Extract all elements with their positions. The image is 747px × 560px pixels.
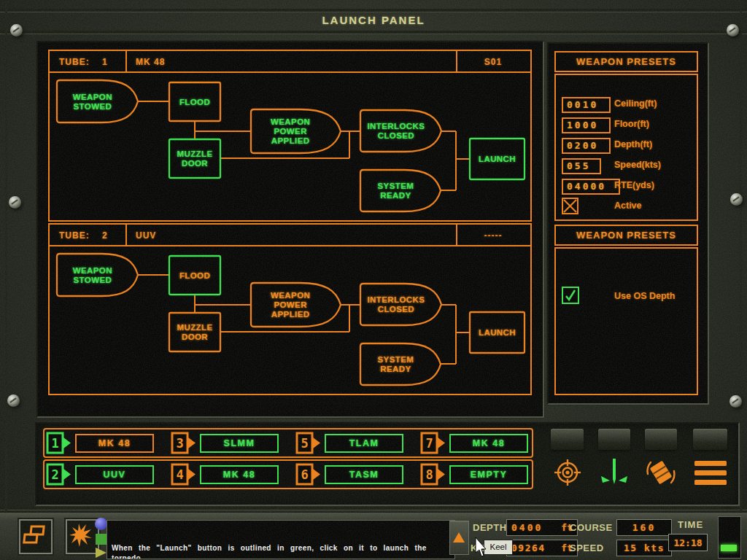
target-button[interactable] [551,429,584,450]
tube-2-weapon-box[interactable]: UUV [75,465,154,484]
node-weapon-stowed[interactable]: WEAPONSTOWED [57,80,138,122]
tube-bars-button[interactable] [693,429,727,450]
svg-text:WEAPONSTOWED: WEAPONSTOWED [73,266,112,284]
top-groove-2 [0,31,747,34]
node-flood[interactable]: FLOOD [169,82,220,121]
speed-value-box: 15 kts [616,540,672,556]
time-value: 12:18 [673,537,702,548]
tube-6-weapon-box[interactable]: TASM [325,465,403,484]
weapon-presets-header-bottom: WEAPON PRESETS [554,225,698,246]
node-interlocks-closed[interactable]: INTERLOCKSCLOSED [360,284,441,325]
preset-label: Depth(ft) [614,139,652,149]
node-flood[interactable]: FLOOD [169,256,220,295]
tube-4-weapon-box[interactable]: MK 48 [200,465,279,484]
bottom-groove [0,507,747,510]
active-checkbox[interactable] [562,198,578,214]
tube-5-select-button[interactable]: 5 [295,432,322,454]
checkmark-icon [563,288,578,303]
green-lamp [721,545,737,551]
message-log: When the "Launch" button is outlined in … [107,520,455,559]
tube-7-select-button[interactable]: 7 [420,432,446,454]
up-triangle-icon [453,532,465,542]
depth-label: DEPTH [473,522,507,533]
tube-1-panel: TUBE: 1 MK 48 S01 WEAPONSTOWEDFLOODMUZZL… [48,50,532,222]
use-os-depth-checkbox[interactable] [562,287,579,304]
time-label: TIME [678,519,703,530]
ownship-center-icon[interactable] [597,456,631,489]
ownship-button[interactable] [598,429,630,450]
svg-text:FLOOD: FLOOD [179,98,210,106]
preset-label: Speed(kts) [614,160,661,170]
tube-7-weapon-box[interactable]: MK 48 [449,434,528,453]
message-scroll-up-button[interactable] [449,521,469,555]
node-launch[interactable]: LAUNCH [470,312,525,353]
weapon-presets-header-top: WEAPON PRESETS [554,51,698,72]
node-muzzle-door[interactable]: MUZZLEDOOR [169,313,220,351]
tube-3-select-button[interactable]: 3 [171,432,197,454]
node-system-ready[interactable]: SYSTEMREADY [360,170,441,211]
svg-text:6: 6 [301,467,308,482]
use-os-depth-label: Use OS Depth [614,291,675,301]
tube-1-weapon-box[interactable]: MK 48 [75,434,154,453]
tube-bank-row-1: 1MK 483SLMM5TLAM7MK 48 [43,428,533,458]
tube-status: S01 [457,57,529,67]
tube-1-select-button[interactable]: 1 [46,432,72,454]
node-launch[interactable]: LAUNCH [470,139,525,179]
tube-2-panel: TUBE: 2 UUV ----- WEAPONSTOWEDFLOODMUZZL… [48,223,532,395]
screw-icon [729,395,742,408]
keel-value-box: 09264 ft [506,540,578,556]
x-mark-icon [563,199,577,213]
preset-depth-value[interactable]: 0200 [562,138,611,154]
weapon-presets-body-bottom: Use OS Depth [554,247,698,395]
svg-text:1: 1 [51,436,58,451]
depth-value: 0400 [511,522,543,533]
speed-value: 15 kts [624,542,665,553]
svg-text:WEAPONSTOWED: WEAPONSTOWED [73,93,112,111]
tube-bars-icon[interactable] [694,459,727,487]
course-value: 160 [632,522,656,533]
top-groove [0,9,747,12]
node-system-ready[interactable]: SYSTEMREADY [360,343,441,385]
node-weapon-stowed[interactable]: WEAPONSTOWED [57,254,138,296]
preset-floor-value[interactable]: 1000 [562,117,611,133]
svg-text:SYSTEMREADY: SYSTEMREADY [378,355,414,373]
tube-8-select-button[interactable]: 8 [420,463,446,486]
preset-label: Floor(ft) [614,119,649,129]
tube-1-interlock-diagram: WEAPONSTOWEDFLOODMUZZLEDOORWEAPONPOWERAP… [50,73,530,219]
yellow-triangle-indicator [96,548,107,558]
preset-ceiling-value[interactable]: 0010 [562,97,611,113]
tube-6-select-button[interactable]: 6 [295,463,322,486]
divider [125,225,127,245]
noisemaker-button[interactable] [645,429,677,450]
svg-text:WEAPONPOWERAPPLIED: WEAPONPOWERAPPLIED [271,117,310,145]
course-value-box: 160 [616,519,672,536]
preset-rte-value[interactable]: 04000 [562,179,620,195]
tube-3-weapon-box[interactable]: SLMM [200,434,279,453]
tube-2-select-button[interactable]: 2 [46,463,72,486]
node-interlocks-closed[interactable]: INTERLOCKSCLOSED [360,110,441,152]
tube-8-weapon-box[interactable]: EMPTY [449,465,528,484]
svg-text:MUZZLEDOOR: MUZZLEDOOR [177,323,212,341]
crosshair-target-icon[interactable] [551,457,584,488]
svg-text:SYSTEMREADY: SYSTEMREADY [378,182,414,200]
preset-speed-value[interactable]: 055 [562,158,601,174]
windows-button[interactable] [19,519,53,554]
node-weapon-power-applied[interactable]: WEAPONPOWERAPPLIED [251,283,341,327]
tube-weapon-name: UUV [136,230,156,241]
tube-1-header: TUBE: 1 MK 48 S01 [50,51,530,73]
tube-4-select-button[interactable]: 4 [171,463,197,486]
status-lamp-box [718,516,741,559]
tube-5-weapon-box[interactable]: TLAM [325,434,403,453]
right-rail [740,0,742,560]
svg-text:LAUNCH: LAUNCH [479,328,516,337]
svg-text:MUZZLEDOOR: MUZZLEDOOR [177,149,212,168]
svg-text:FLOOD: FLOOD [179,271,210,280]
svg-text:2: 2 [51,467,58,482]
course-label: COURSE [570,522,613,533]
preset-label: Ceiling(ft) [614,98,657,109]
svg-text:3: 3 [176,436,183,451]
node-muzzle-door[interactable]: MUZZLEDOOR [169,139,220,178]
node-weapon-power-applied[interactable]: WEAPONPOWERAPPLIED [251,109,341,153]
tube-2-interlock-diagram: WEAPONSTOWEDFLOODMUZZLEDOORWEAPONPOWERAP… [50,246,530,392]
noisemaker-icon[interactable] [644,456,678,489]
